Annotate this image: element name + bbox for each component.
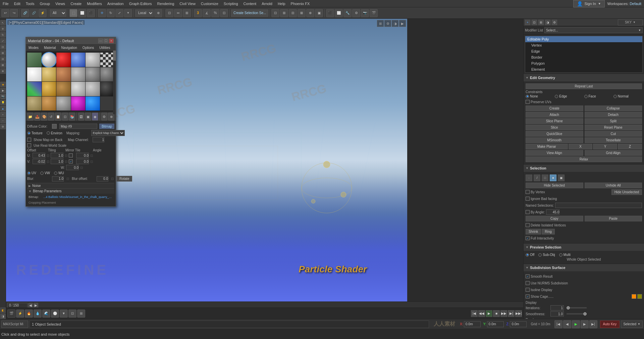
sidebar-bottom-btn2[interactable]: ◨: [0, 314, 6, 319]
relax-button[interactable]: Relax: [526, 156, 642, 162]
mat-preview-23[interactable]: [86, 96, 100, 111]
anim-btn-8[interactable]: ⊡: [68, 310, 76, 318]
bind-to-space-warp[interactable]: ⚡: [39, 9, 47, 17]
undo-button[interactable]: ↩: [1, 9, 9, 17]
prev-frame-nav[interactable]: ◀: [563, 320, 571, 328]
panel-btn-4[interactable]: ⚙: [552, 20, 557, 25]
element-sel-icon[interactable]: ▣: [558, 175, 565, 181]
menu-graph-editors[interactable]: Graph Editors: [126, 1, 155, 6]
shrink-button[interactable]: Shrink: [526, 229, 541, 234]
link-button[interactable]: 🔗: [21, 9, 29, 17]
sidebar-spacewarp-btn[interactable]: ~: [0, 118, 6, 123]
mat-preview-7[interactable]: [27, 67, 42, 82]
modifier-element[interactable]: Element: [525, 66, 642, 72]
next-key-nav[interactable]: ▶|: [589, 320, 597, 328]
sidebar-move-btn[interactable]: ✛: [0, 26, 6, 31]
pivot-button[interactable]: ⊕: [154, 9, 162, 17]
end-btn[interactable]: ▶▶|: [515, 310, 522, 317]
mat-tb-show-map[interactable]: 🖼: [78, 113, 85, 121]
vw-radio[interactable]: VW: [40, 171, 50, 175]
mat-tb-backlight[interactable]: ◉: [92, 113, 98, 121]
z-button[interactable]: Z: [618, 144, 642, 149]
mat-preview-22[interactable]: [71, 96, 86, 111]
select-rotate-button[interactable]: ↻: [107, 9, 115, 17]
redo-button[interactable]: ↪: [10, 9, 18, 17]
named-set-button[interactable]: ⊡: [271, 9, 279, 17]
detach-button[interactable]: Detach: [585, 112, 642, 118]
panel-btn-3[interactable]: ◑: [545, 20, 550, 25]
tessellate-button[interactable]: Tessellate: [585, 137, 642, 143]
vp-render-btn[interactable]: ▶: [399, 20, 406, 27]
v-mirror-checkbox[interactable]: [69, 159, 73, 163]
next-frame-nav[interactable]: ▶: [581, 320, 589, 328]
menu-help[interactable]: Help: [275, 1, 288, 6]
hide-selected-button[interactable]: Hide Selected: [526, 183, 583, 188]
hide-unselected-button[interactable]: Hide Unselected: [611, 189, 642, 195]
menu-group[interactable]: Group: [37, 1, 53, 6]
delete-isolated-checkbox[interactable]: [526, 223, 530, 227]
select-scale-toggle[interactable]: ▼: [124, 9, 132, 17]
prev-frame-btn[interactable]: ◀◀: [478, 310, 485, 317]
vertex-sel-icon[interactable]: ·: [526, 175, 532, 181]
mat-preview-14[interactable]: [42, 82, 56, 96]
by-angle-checkbox[interactable]: [526, 210, 530, 214]
mat-preview-1[interactable]: [27, 53, 42, 67]
sign-in-button[interactable]: 👤 Sign In ▼: [573, 0, 605, 7]
stop-btn[interactable]: ■: [493, 310, 500, 317]
preserve-uvs-checkbox[interactable]: [526, 100, 530, 104]
toolbar-btn-c[interactable]: ⊠: [298, 9, 306, 17]
menu-animation[interactable]: Animation: [105, 1, 126, 6]
by-angle-input[interactable]: [546, 209, 559, 215]
mat-tb-unique[interactable]: ⊡: [62, 113, 68, 121]
toolbar-btn-b[interactable]: ⊟: [289, 9, 297, 17]
noise-section-header[interactable]: ▶ Noise: [27, 183, 114, 188]
real-world-checkbox[interactable]: [27, 143, 31, 147]
uv-radio[interactable]: UV: [27, 171, 36, 175]
mat-preview-24[interactable]: [100, 96, 115, 111]
create-button[interactable]: Create: [526, 106, 583, 111]
wu-radio[interactable]: WU: [54, 171, 64, 175]
show-cage-checkbox[interactable]: [526, 294, 530, 298]
mat-preview-18[interactable]: [100, 82, 115, 96]
u-offset-input[interactable]: [33, 153, 45, 158]
mat-preview-16[interactable]: [71, 82, 86, 96]
v-offset-input[interactable]: [33, 159, 45, 164]
mat-tb-put-to-scene[interactable]: 📤: [34, 113, 41, 121]
modifier-vertex[interactable]: Vertex: [525, 42, 642, 48]
mat-tb-show-background[interactable]: ▣: [85, 113, 91, 121]
mat-preview-6[interactable]: [100, 53, 115, 67]
sky-dropdown[interactable]: SKY ▼: [618, 19, 643, 25]
preview-selection-header[interactable]: ▼ Preview Selection: [524, 244, 644, 251]
mat-menu-options[interactable]: Options: [80, 45, 97, 50]
subdivision-header[interactable]: ▼ Subdivision Surface: [524, 264, 644, 271]
modifier-editable-poly[interactable]: Editable Poly: [525, 36, 642, 42]
angle-snap[interactable]: ∡: [203, 9, 211, 17]
repeat-last-button[interactable]: Repeat Last: [526, 83, 642, 89]
select-center-button[interactable]: ⊡: [165, 9, 173, 17]
paste-button[interactable]: Paste: [585, 216, 642, 221]
sidebar-utilities-btn[interactable]: ⊕: [0, 68, 6, 74]
mat-menu-navigation[interactable]: Navigation: [59, 45, 80, 50]
x-coord-value[interactable]: 0.0m: [464, 321, 481, 327]
sidebar-rotate-btn[interactable]: ↻: [0, 32, 6, 38]
bitmap-path-value[interactable]: ...4 Ballistic Missile\sunset_in_the_cha…: [43, 195, 113, 199]
collapse-button[interactable]: Collapse: [585, 106, 642, 111]
mat-preview-3[interactable]: [56, 53, 71, 67]
mat-preview-8[interactable]: [42, 67, 56, 82]
split-button[interactable]: Split: [585, 118, 642, 124]
prev-key-btn[interactable]: |◀: [471, 310, 478, 317]
mat-preview-21[interactable]: [56, 96, 71, 111]
close-button[interactable]: ✕: [109, 39, 114, 43]
next-key-btn[interactable]: ▶|: [508, 310, 515, 317]
attach-button[interactable]: Attach: [526, 112, 583, 118]
ignore-backfacing-checkbox[interactable]: [526, 197, 530, 201]
full-interactivity-checkbox[interactable]: [526, 236, 530, 240]
sidebar-select-btn[interactable]: ↖: [0, 20, 6, 25]
mat-tb-get-material[interactable]: 📁: [27, 113, 34, 121]
smoothness-slider[interactable]: [567, 313, 587, 315]
u-mirror-checkbox[interactable]: [69, 153, 73, 157]
create-selection-set[interactable]: Create Selection Se...: [231, 9, 268, 17]
toolbar-btn-f[interactable]: ⬛: [326, 9, 334, 17]
toolbar-btn-e[interactable]: ▣: [315, 9, 323, 17]
iterations-thumb[interactable]: [567, 306, 570, 310]
